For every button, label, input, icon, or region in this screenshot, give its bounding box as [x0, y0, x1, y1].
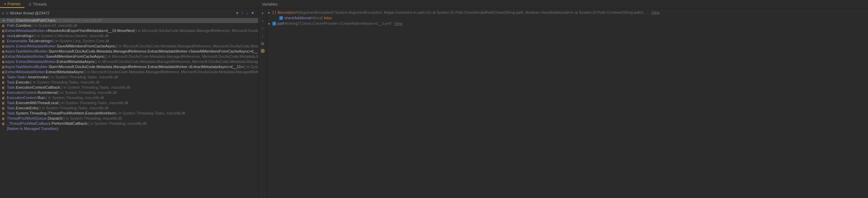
frame-row[interactable]: ◐Enumerable.ToList<string>() in System.L… [0, 38, 258, 44]
var-exception-value: "System.ArgumentException: Illegal chara… [334, 10, 649, 15]
frame-location: () in System.IO, mscorlib.dll [55, 18, 102, 23]
frame-location: () in Microsoft.DocAsCode.Metadata.Manag… [104, 54, 258, 59]
pin-icon[interactable]: ⎋ [2, 11, 4, 15]
frame-location: () in System.Threading.Tasks, mscorlib.d… [115, 111, 185, 116]
threads-icon [29, 2, 31, 6]
var-checkadditional-type: {bool} [313, 15, 323, 20]
view-link[interactable]: View [394, 21, 402, 26]
frame-row[interactable]: ◐ExtractMetadataWorker.ExtractMetadataAs… [0, 69, 258, 75]
frame-class: AsyncTaskMethodBuilder. [5, 49, 49, 54]
frame-location: () in System.IO, mscorlib.dll [31, 23, 77, 28]
frame-row[interactable]: ◐AsyncTaskMethodBuilder.Start<Microsoft.… [0, 49, 258, 54]
frame-method: ExtractMetadataAsync [46, 70, 84, 74]
view-link[interactable]: View [651, 10, 660, 15]
frame-class: new [7, 34, 14, 38]
frame-location: () in Microsoft.DocAsCode.Metadata.Manag… [134, 29, 258, 33]
frame-row[interactable]: ◐ExecutionContext.Run() in System.Thread… [0, 95, 258, 100]
tab-frames-label: Frames [8, 2, 20, 6]
frame-row[interactable]: ◐ExtractMetadataWorker.SaveAllMembersFro… [0, 54, 258, 59]
frame-location: () in System.Threading.Tasks, mscorlib.d… [58, 101, 128, 105]
var-exception-name: $exception [278, 10, 296, 15]
expand-icon[interactable]: ▸ [268, 21, 272, 26]
frame-row[interactable]: ◐ExecutionContext.RunInternal() in Syste… [0, 90, 258, 95]
thread-selector[interactable]: Worker thread @23472 [10, 11, 235, 15]
frame-method: ExecutionContextCallback [16, 85, 60, 90]
method-icon: ◐ [2, 49, 5, 54]
frame-row[interactable]: ◐Path.Combine() in System.IO, mscorlib.d… [0, 23, 258, 28]
frame-row[interactable]: ◐AsyncTaskMethodBuilder.Start<Microsoft.… [0, 64, 258, 69]
frame-method: SaveAllMembersFromCacheAsync [57, 44, 116, 48]
frames-list[interactable]: ➔Path.CheckInvalidPathChars() in System.… [0, 18, 258, 198]
frame-location: () in Microsoft.DocAsCode.Metadata.Manag… [84, 70, 258, 74]
frame-method: Start<Microsoft.DocAsCode.Metadata.Manag… [49, 65, 243, 69]
frame-class: Task. [7, 106, 16, 110]
frames-icon [4, 2, 6, 6]
frame-location: () in System.Threading, mscorlib.dll [87, 121, 146, 126]
frame-row[interactable]: ◐Task<Task>.InnerInvoke() in System.Thre… [0, 75, 258, 80]
var-path-value: "Colore.ColoreProvider.<CreateNativeAsyn… [299, 21, 392, 26]
frame-method: CheckInvalidPathChars [16, 18, 55, 23]
dropdown-icon[interactable]: ▾ [236, 11, 238, 15]
object-icon: { } [272, 11, 276, 14]
frame-row[interactable]: ◐Task.ExecuteWithThreadLocal() in System… [0, 100, 258, 106]
remove-watch-icon[interactable]: − [261, 19, 264, 23]
method-icon: ◐ [2, 90, 7, 95]
filter-icon[interactable]: ▼ [251, 11, 255, 15]
var-path[interactable]: ▸ i path = {string} "Colore.ColoreProvid… [268, 21, 867, 26]
method-icon: ◐ [2, 80, 7, 85]
frame-class: ExtractMetadataWorker. [5, 70, 46, 74]
frame-row[interactable]: ◐ExtractMetadataWorker.<ResolveAndExport… [0, 28, 258, 33]
var-exception[interactable]: ▸ { } $exception = {ArgumentException} "… [268, 10, 867, 15]
frame-class: Task. [7, 111, 16, 116]
copy-icon[interactable]: ⧉ [261, 41, 264, 46]
frame-method: RunInternal [38, 90, 57, 95]
method-icon: ◐ [2, 29, 5, 33]
frame-class: Task. [7, 85, 16, 90]
frame-row[interactable]: ◐ThreadPoolWorkQueue.Dispatch() in Syste… [0, 116, 258, 121]
frame-method: Combine [16, 23, 31, 28]
var-checkadditional-value: false [324, 15, 332, 20]
frame-method: InnerInvoke [28, 75, 48, 79]
frame-location: () in System.Threading, mscorlib.dll [44, 96, 104, 100]
tab-threads-label: Threads [33, 2, 46, 6]
frame-row[interactable]: ◐Task.Execute() in System.Threading.Task… [0, 80, 258, 85]
tab-frames[interactable]: Frames [0, 0, 24, 8]
frame-row[interactable]: ◐async ExtractMetadataWorker.ExtractMeta… [0, 59, 258, 64]
step-down-icon[interactable]: ↓ [246, 11, 248, 15]
var-checkadditional[interactable]: i checkAdditional = {bool} false [268, 15, 867, 21]
frame-location: () in System.Threading, mscorlib.dll [62, 116, 122, 121]
frame-method: ExecuteWithThreadLocal [16, 101, 58, 105]
frame-location: () in Microsoft.DocAsCode.Metadata.Manag… [95, 59, 258, 64]
method-icon: ◐ [2, 39, 7, 43]
evaluate-icon[interactable] [261, 49, 265, 53]
frame-row[interactable]: ◐new List<string>() in System.Collection… [0, 33, 258, 38]
tab-threads[interactable]: Threads [24, 0, 51, 8]
frame-location: () in System.Collections.Generic, mscorl… [33, 34, 108, 38]
frame-location: () in System.Threading.Tasks, mscorlib.d… [38, 106, 108, 110]
frame-location: () in System.Threading.Tasks, mscorlib.d… [29, 80, 100, 85]
frame-method: ExecuteEntry [16, 106, 38, 110]
frame-row[interactable]: ◐Task.ExecuteEntry() in System.Threading… [0, 106, 258, 111]
add-watch-icon[interactable]: + [261, 10, 264, 16]
variables-tree[interactable]: ▸ { } $exception = {ArgumentException} "… [267, 8, 868, 198]
frame-row[interactable]: ◐_ThreadPoolWaitCallback.PerformWaitCall… [0, 121, 258, 126]
frame-row[interactable]: ◐Task.System.Threading.IThreadPoolWorkIt… [0, 111, 258, 116]
method-icon: ◐ [2, 106, 7, 110]
frame-row[interactable]: [Native to Managed Transition] [0, 126, 258, 131]
watch-down-icon[interactable]: ↓ [262, 34, 264, 38]
watch-up-icon[interactable]: ↑ [262, 26, 264, 31]
frame-location: () in System.Runtime.CompilerServices, m… [243, 65, 258, 69]
native-transition-label: [Native to Managed Transition] [7, 126, 58, 131]
frame-method: ToList<string> [28, 39, 52, 43]
frame-class: ExecutionContext. [7, 96, 38, 100]
frame-class: Enumerable. [7, 39, 28, 43]
frame-row[interactable]: ➔Path.CheckInvalidPathChars() in System.… [0, 18, 258, 23]
frame-row[interactable]: ◐Task.ExecutionContextCallback() in Syst… [0, 85, 258, 90]
frame-row[interactable]: ◐async ExtractMetadataWorker.SaveAllMemb… [0, 44, 258, 49]
frame-method: List<string> [14, 34, 33, 38]
step-up-icon[interactable]: ↑ [241, 11, 243, 15]
expand-icon[interactable]: ▸ [268, 10, 272, 15]
method-icon: ◐ [2, 116, 7, 121]
method-icon: ◐ [2, 75, 7, 79]
frame-class: ExtractMetadataWorker. [5, 54, 46, 59]
